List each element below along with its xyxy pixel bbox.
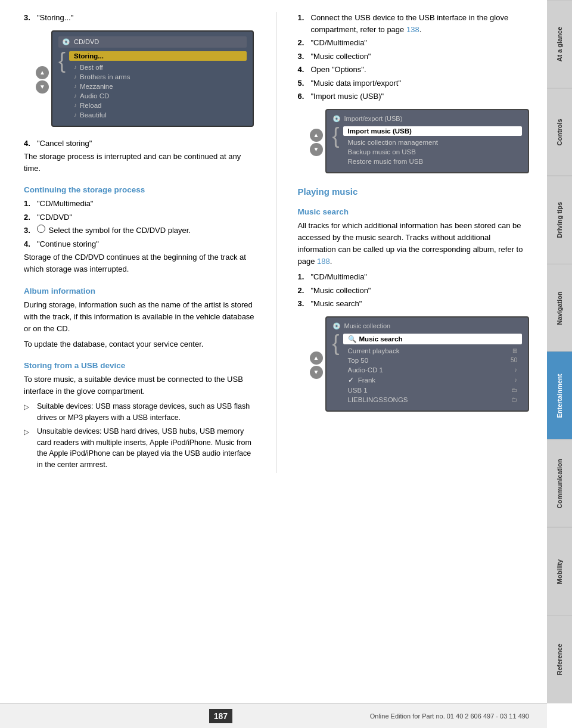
bullet-arrow-1: ▷ xyxy=(24,402,32,424)
audiocd-icon: ♪ xyxy=(514,366,517,373)
cddvd-screen-container: ▲ ▼ 💿 CD/DVD { Storing... xyxy=(36,26,256,134)
sidebar-tab-navigation[interactable]: Navigation xyxy=(547,264,572,352)
sidebar-tab-at-a-glance[interactable]: At a glance xyxy=(547,0,572,88)
music-screen: 💿 Music collection { 🔍 Music search xyxy=(325,312,530,419)
page-number: 187 xyxy=(209,709,232,723)
nav-down-arrow[interactable]: ▼ xyxy=(36,80,49,94)
screen-highlighted-storing: Storing... xyxy=(69,51,247,61)
symbol-circle-icon xyxy=(37,225,45,233)
music-item-lieblings-text: LIEBLINGSSONGS xyxy=(348,396,408,403)
r-num-3: 3. xyxy=(298,51,309,63)
music-search-text-after: . xyxy=(330,257,332,266)
screen-mock-cddvd: 💿 CD/DVD { Storing... ♪ Best off xyxy=(51,30,254,127)
note-icon-2: ♪ xyxy=(74,73,77,80)
bullet-text-1: Suitable devices: USB mass storage devic… xyxy=(37,401,256,424)
music-item-usb-text: USB 1 xyxy=(348,387,368,394)
note-icon-1: ♪ xyxy=(74,64,77,70)
sidebar-tab-entertainment[interactable]: Entertainment xyxy=(547,351,572,440)
r-num-5: 5. xyxy=(298,77,309,89)
album-heading: Album information xyxy=(24,287,256,295)
right-step-6: 6. "Import music (USB)" xyxy=(298,91,530,102)
r-text-1: Connect the USB device to the USB interf… xyxy=(311,12,530,35)
import-nav-down[interactable]: ▼ xyxy=(310,143,323,156)
frank-icon: ♪ xyxy=(514,377,517,383)
import-nav-arrows: ▲ ▼ xyxy=(310,129,323,156)
link-138[interactable]: 138 xyxy=(406,25,419,34)
screen-item-text-1: Best off xyxy=(80,64,103,71)
screen-item-3: ♪ Mezzanine xyxy=(69,82,247,91)
ms-text-1: "CD/Multimedia" xyxy=(311,271,367,283)
screen-title-bar: 💿 CD/DVD xyxy=(58,36,247,48)
screen-item-text-6: Beautiful xyxy=(80,111,107,119)
c-text-3: Select the symbol for the CD/DVD player. xyxy=(37,225,191,237)
screen-item-4: ♪ Audio CD xyxy=(69,91,247,101)
c-text-4: "Continue storing" xyxy=(37,238,99,250)
note-icon-6: ♪ xyxy=(74,111,77,118)
step4-item: 4. "Cancel storing" xyxy=(24,138,256,150)
c-text-1: "CD/Multimedia" xyxy=(37,198,93,210)
c-text-2: "CD/DVD" xyxy=(37,211,72,223)
playing-music-heading: Playing music xyxy=(298,186,530,197)
music-nav-down[interactable]: ▼ xyxy=(310,366,323,379)
album-text-2: To update the database, contact your ser… xyxy=(24,338,256,350)
screen-item-text-3: Mezzanine xyxy=(80,83,113,90)
right-step-3: 3. "Music collection" xyxy=(298,51,530,63)
footer: 187 Online Edition for Part no. 01 40 2 … xyxy=(0,703,547,728)
r-num-4: 4. xyxy=(298,64,309,76)
search-icon: 🔍 xyxy=(348,335,356,343)
ms-text-3: "Music search" xyxy=(311,298,362,310)
music-highlighted-search: 🔍 Music search xyxy=(343,334,522,344)
music-items: 🔍 Music search Current playback ⊞ Top 50 xyxy=(343,334,522,405)
music-search-text: All tracks for which additional informat… xyxy=(298,220,530,268)
continuing-item-4: 4. "Continue storing" xyxy=(24,238,256,250)
music-item-lieblings: LIEBLINGSSONGS 🗀 xyxy=(343,395,522,405)
step3-text: "Storing..." xyxy=(37,12,73,24)
import-items: Import music (USB) Music collection mana… xyxy=(343,126,522,166)
import-screen: 💿 Import/export (USB) { Import music (US… xyxy=(325,104,530,181)
music-item-top50-text: Top 50 xyxy=(348,357,369,364)
sidebar-tab-communication[interactable]: Communication xyxy=(547,440,572,528)
import-nav-up[interactable]: ▲ xyxy=(310,129,323,142)
music-item-frank: ✓ Frank ♪ xyxy=(343,375,522,385)
sidebar-tab-mobility[interactable]: Mobility xyxy=(547,527,572,615)
music-item-audiocd: Audio-CD 1 ♪ xyxy=(343,365,522,375)
import-bracket: { xyxy=(332,125,340,147)
ms-num-2: 2. xyxy=(298,285,309,297)
frank-checkmark: ✓ xyxy=(348,377,354,384)
right-step-5: 5. "Music data import/export" xyxy=(298,77,530,89)
continuing-item-2: 2. "CD/DVD" xyxy=(24,211,256,223)
music-content: { 🔍 Music search Current playback ⊞ xyxy=(332,334,523,405)
sidebar-tab-controls[interactable]: Controls xyxy=(547,88,572,176)
link-188[interactable]: 188 xyxy=(317,257,330,266)
import-screen-with-nav: ▲ ▼ 💿 Import/export (USB) { Import music… xyxy=(310,104,530,181)
music-nav-up[interactable]: ▲ xyxy=(310,351,323,365)
screen-content-wrapper: { Storing... ♪ Best off ♪ Brothers in ar… xyxy=(58,51,247,120)
sidebar-tab-driving-tips[interactable]: Driving tips xyxy=(547,176,572,264)
current-playback-icon: ⊞ xyxy=(512,347,517,354)
import-disc-icon: 💿 xyxy=(332,115,341,123)
import-item-2: Backup music on USB xyxy=(343,147,522,157)
screen-title: CD/DVD xyxy=(74,38,99,45)
footer-text: Online Edition for Part no. 01 40 2 606 … xyxy=(370,713,529,720)
import-title-text: Import/export (USB) xyxy=(344,115,403,122)
continuing-heading: Continuing the storage process xyxy=(24,185,256,194)
screen-item-6: ♪ Beautiful xyxy=(69,110,247,120)
music-item-current: Current playback ⊞ xyxy=(343,346,522,356)
r-text-4: Open "Options". xyxy=(311,64,366,76)
r-text-5: "Music data import/export" xyxy=(311,77,402,89)
music-item-usb: USB 1 🗀 xyxy=(343,385,522,395)
sidebar-tab-reference[interactable]: Reference xyxy=(547,615,572,704)
right-step-2: 2. "CD/Multimedia" xyxy=(298,37,530,49)
r-num-1: 1. xyxy=(298,12,309,35)
bracket-indicator: { xyxy=(58,50,66,71)
column-divider xyxy=(276,12,277,473)
screen-item-2: ♪ Brothers in arms xyxy=(69,72,247,82)
r-text-2: "CD/Multimedia" xyxy=(311,37,367,49)
screen-item-5: ♪ Reload xyxy=(69,101,247,110)
import-content: { Import music (USB) Music collection ma… xyxy=(332,126,523,166)
usb-folder-icon: 🗀 xyxy=(511,387,517,393)
nav-up-arrow[interactable]: ▲ xyxy=(36,66,49,79)
c-num-2: 2. xyxy=(24,211,35,223)
ms-step-2: 2. "Music collection" xyxy=(298,285,530,297)
storage-interrupted-text: The storage process is interrupted and c… xyxy=(24,151,256,175)
